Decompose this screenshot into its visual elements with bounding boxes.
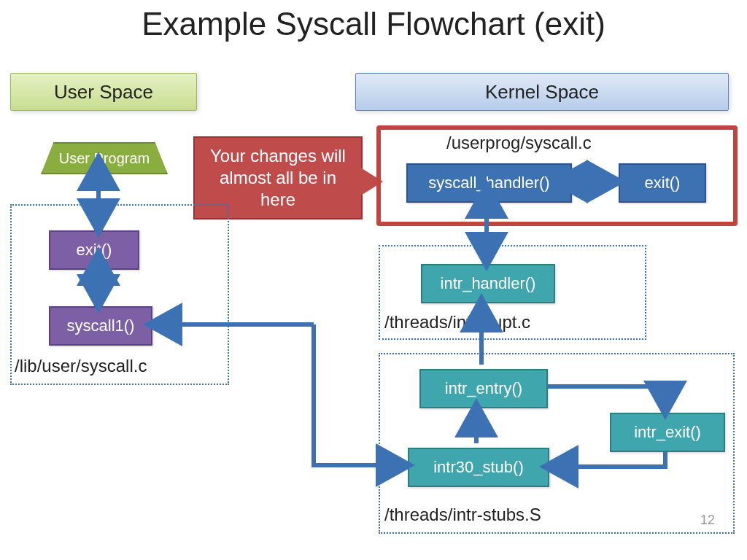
intr-stubs-caption: /threads/intr-stubs.S xyxy=(384,505,541,525)
exit-kernel-box: exit() xyxy=(619,163,706,203)
syscall-handler-box: syscall_handler() xyxy=(406,163,572,203)
intr-exit-box: intr_exit() xyxy=(610,413,725,452)
intr30-stub-box: intr30_stub() xyxy=(408,448,549,487)
exit-user-box: exit() xyxy=(49,230,139,270)
interrupt-caption: /threads/interrupt.c xyxy=(384,312,530,332)
intr-entry-box: intr_entry() xyxy=(419,369,548,408)
slide-title: Example Syscall Flowchart (exit) xyxy=(0,6,747,42)
intr-handler-box: intr_handler() xyxy=(421,264,555,303)
user-space-header: User Space xyxy=(10,73,197,111)
syscall1-box: syscall1() xyxy=(49,306,152,346)
kernel-space-header: Kernel Space xyxy=(355,73,729,111)
user-program-node: User Program xyxy=(41,142,168,174)
lib-user-caption: /lib/user/syscall.c xyxy=(15,356,147,376)
userprog-caption: /userprog/syscall.c xyxy=(446,133,592,153)
page-number: 12 xyxy=(700,513,715,528)
